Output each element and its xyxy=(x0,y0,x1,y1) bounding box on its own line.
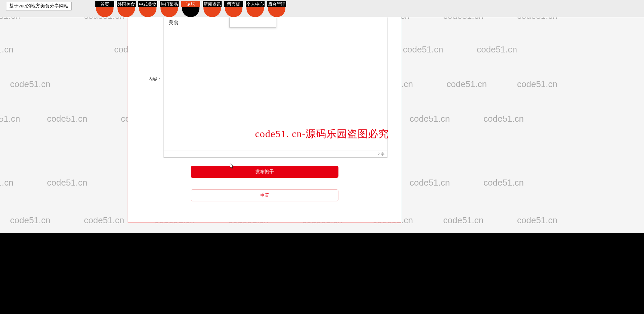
main-nav: 首页 外国美食 中式美食 热门菜品 论坛 新闻资讯 留言板 个人中心 后台管理 xyxy=(95,1,286,7)
post-form-panel: 内容： A▼ A▼ B I ✦ ▾ xyxy=(128,0,401,223)
nav-foreign-food[interactable]: 外国美食 xyxy=(117,1,136,7)
footer-black xyxy=(0,233,644,314)
nav-hot-dishes[interactable]: 热门菜品 xyxy=(159,1,179,7)
site-title: 基于vue的地方美食分享网站 xyxy=(6,2,72,10)
reset-button[interactable]: 重置 xyxy=(191,189,338,201)
nav-guestbook[interactable]: 留言板 xyxy=(224,1,243,7)
submit-button[interactable]: 发布帖子 xyxy=(191,166,338,178)
nav-profile[interactable]: 个人中心 xyxy=(245,1,265,7)
nav-home[interactable]: 首页 xyxy=(95,1,114,7)
editor-content[interactable]: 美食 xyxy=(164,13,387,151)
rich-editor: A▼ A▼ B I ✦ ▾ ··· xyxy=(164,4,387,158)
char-count: 2 字 xyxy=(378,152,384,157)
editor-footer: 2 字 xyxy=(164,151,387,157)
nav-forum[interactable]: 论坛 xyxy=(181,1,200,7)
top-bar: 基于vue的地方美食分享网站 首页 外国美食 中式美食 热门菜品 论坛 新闻资讯… xyxy=(0,0,644,17)
nav-admin[interactable]: 后台管理 xyxy=(267,1,286,7)
nav-news[interactable]: 新闻资讯 xyxy=(202,1,222,7)
nav-chinese-food[interactable]: 中式美食 xyxy=(138,1,157,7)
